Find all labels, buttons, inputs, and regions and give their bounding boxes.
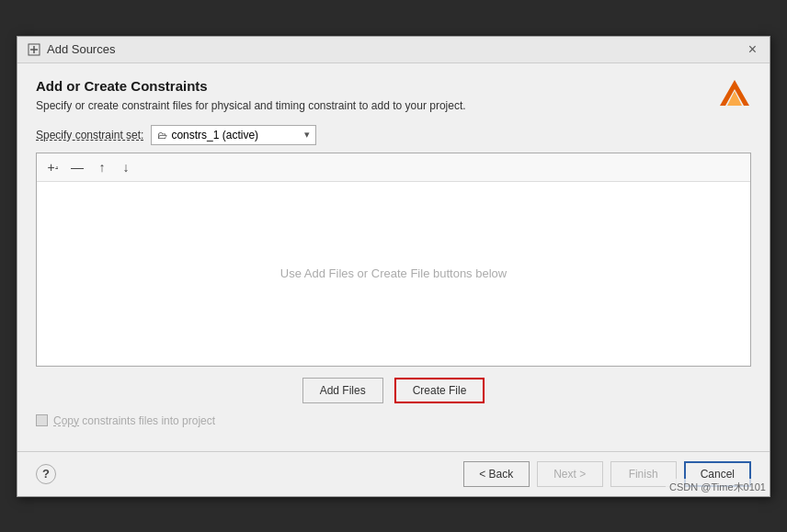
remove-file-button[interactable]: — bbox=[66, 157, 88, 177]
copy-label: Copy constraints files into project bbox=[53, 414, 215, 427]
footer-left: ? bbox=[36, 464, 56, 484]
constraint-set-label: Specify constraint set: bbox=[36, 129, 143, 141]
dialog-body: Add or Create Constraints Specify or cre… bbox=[17, 63, 770, 451]
dialog-footer: ? < Back Next > Finish Cancel bbox=[17, 451, 770, 496]
constraint-set-dropdown[interactable]: 🗁 constrs_1 (active) ▾ bbox=[151, 125, 316, 145]
title-bar-left: Add Sources bbox=[27, 42, 115, 57]
empty-list-message: Use Add Files or Create File buttons bel… bbox=[280, 266, 507, 280]
dialog-title-section: Add or Create Constraints Specify or cre… bbox=[36, 78, 718, 112]
copy-row: Copy constraints files into project bbox=[36, 414, 751, 427]
next-button[interactable]: Next > bbox=[537, 461, 603, 487]
copy-checkbox[interactable] bbox=[36, 414, 48, 426]
move-down-button[interactable]: ↓ bbox=[116, 157, 136, 177]
add-sources-icon bbox=[27, 42, 41, 57]
dialog-description: Specify or create constraint files for p… bbox=[36, 99, 718, 112]
action-buttons-row: Add Files Create File bbox=[36, 378, 751, 403]
title-bar: Add Sources × bbox=[17, 37, 770, 63]
create-file-button[interactable]: Create File bbox=[394, 378, 485, 403]
file-toolbar: +₄ — ↑ ↓ bbox=[37, 153, 750, 182]
back-button[interactable]: < Back bbox=[463, 461, 530, 487]
add-files-button[interactable]: Add Files bbox=[302, 378, 383, 403]
file-list-area: Use Add Files or Create File buttons bel… bbox=[37, 182, 750, 366]
chevron-down-icon: ▾ bbox=[304, 129, 310, 141]
constraint-set-row: Specify constraint set: 🗁 constrs_1 (act… bbox=[36, 125, 751, 145]
move-up-button[interactable]: ↑ bbox=[92, 157, 112, 177]
watermark: CSDN @Time木0101 bbox=[666, 479, 770, 496]
close-button[interactable]: × bbox=[745, 42, 760, 57]
add-file-button[interactable]: +₄ bbox=[42, 157, 63, 177]
folder-icon: 🗁 bbox=[157, 130, 167, 141]
file-list-container: +₄ — ↑ ↓ Use Add Files or Create File bu… bbox=[36, 153, 751, 367]
add-sources-dialog: Add Sources × Add or Create Constraints … bbox=[17, 36, 770, 497]
dialog-title-text: Add Sources bbox=[47, 42, 115, 56]
constraint-set-value: constrs_1 (active) bbox=[171, 129, 301, 141]
help-button[interactable]: ? bbox=[36, 464, 56, 484]
dialog-main-title: Add or Create Constraints bbox=[36, 78, 718, 94]
dialog-header: Add or Create Constraints Specify or cre… bbox=[36, 78, 751, 112]
vivado-logo-icon bbox=[718, 78, 751, 111]
